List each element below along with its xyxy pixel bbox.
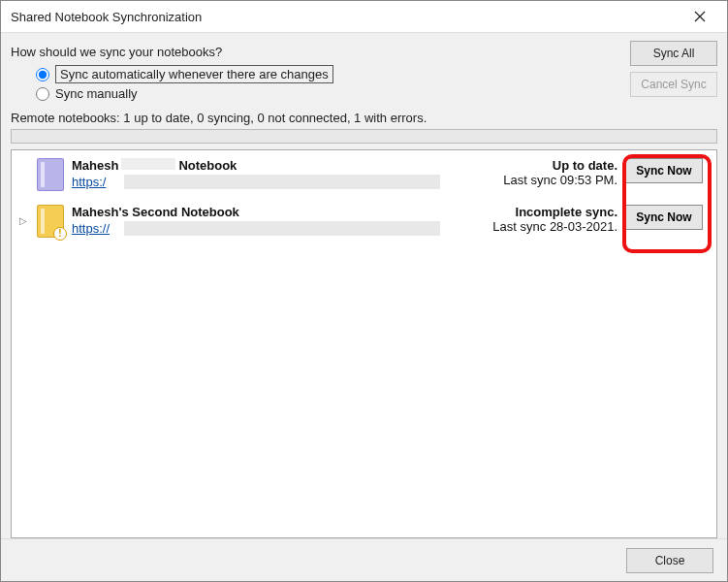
notebook-name: MaheshNotebook xyxy=(72,158,455,173)
radio-sync-manual-input[interactable] xyxy=(36,87,49,101)
radio-sync-auto-label: Sync automatically whenever there are ch… xyxy=(55,65,333,83)
notebook-link[interactable]: https:// xyxy=(72,221,440,236)
close-icon[interactable] xyxy=(681,3,719,30)
titlebar: Shared Notebook Synchronization xyxy=(1,1,727,32)
radio-sync-manual[interactable]: Sync manually xyxy=(36,86,333,101)
notebook-list[interactable]: MaheshNotebook https:/ Up to date. Last … xyxy=(11,149,717,538)
expander-icon[interactable]: ▷ xyxy=(17,209,29,232)
expander-placeholder xyxy=(17,162,29,185)
remote-status-line: Remote notebooks: 1 up to date, 0 syncin… xyxy=(11,111,717,125)
notebook-row[interactable]: ▷ Mahesh's Second Notebook https:// Inco… xyxy=(12,197,716,243)
notebook-name: Mahesh's Second Notebook xyxy=(72,205,455,219)
sync-now-button[interactable]: Sync Now xyxy=(625,158,703,183)
sync-all-button[interactable]: Sync All xyxy=(630,41,717,66)
redacted-text xyxy=(121,158,175,170)
notebook-status: Incomplete sync. Last sync 28-03-2021. xyxy=(462,203,617,234)
cancel-sync-button[interactable]: Cancel Sync xyxy=(630,72,717,97)
sync-progress-bar xyxy=(11,129,717,144)
radio-sync-auto[interactable]: Sync automatically whenever there are ch… xyxy=(36,65,333,83)
sync-question: How should we sync your notebooks? xyxy=(11,45,333,59)
close-button[interactable]: Close xyxy=(626,548,713,573)
dialog-footer: Close xyxy=(1,538,727,581)
window-title: Shared Notebook Synchronization xyxy=(11,10,202,24)
notebook-icon xyxy=(37,158,64,191)
radio-sync-auto-input[interactable] xyxy=(36,68,49,81)
notebook-icon xyxy=(37,205,64,238)
notebook-status: Up to date. Last sync 09:53 PM. xyxy=(462,156,617,187)
dialog-content: How should we sync your notebooks? Sync … xyxy=(1,32,727,538)
sync-now-button[interactable]: Sync Now xyxy=(625,205,703,230)
notebook-row[interactable]: MaheshNotebook https:/ Up to date. Last … xyxy=(12,150,716,197)
notebook-link[interactable]: https:/ xyxy=(72,175,440,189)
radio-sync-manual-label: Sync manually xyxy=(55,86,138,101)
